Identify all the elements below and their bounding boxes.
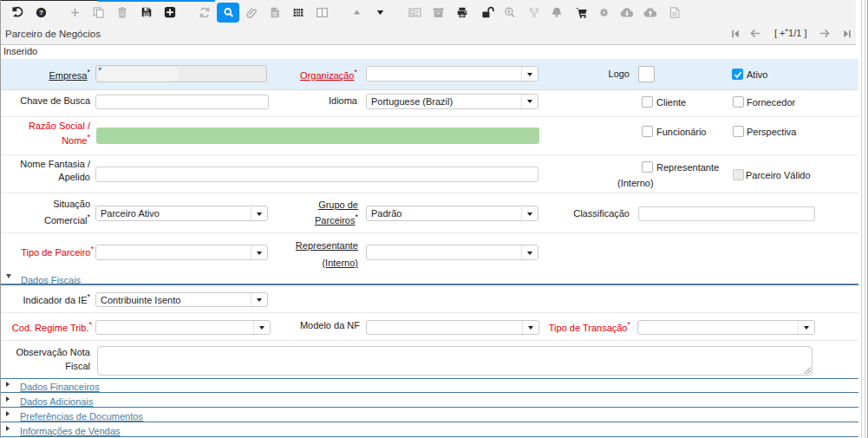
svg-text:?: ? (39, 9, 43, 16)
